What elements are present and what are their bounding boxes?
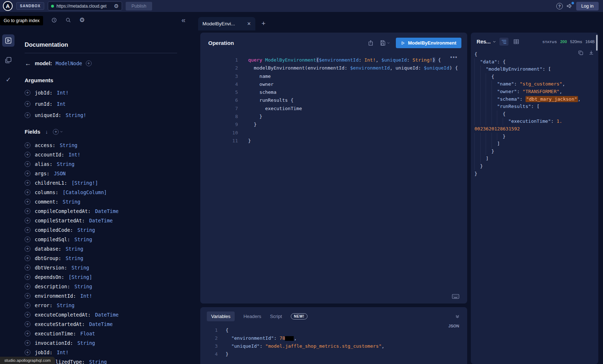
history-icon[interactable] — [51, 17, 57, 23]
login-button[interactable]: Log in — [576, 2, 599, 11]
copy-response-icon[interactable] — [578, 50, 583, 55]
explorer-nav-icon[interactable] — [2, 34, 14, 47]
field-type-link[interactable]: String — [60, 142, 78, 148]
apollo-logo[interactable]: A — [3, 1, 13, 11]
close-tab-icon[interactable]: ✕ — [247, 21, 251, 26]
add-to-operation-icon[interactable]: + — [25, 180, 30, 186]
add-to-operation-icon[interactable]: + — [25, 90, 30, 96]
settings-gear-icon[interactable]: ⚙ — [79, 17, 85, 23]
checklist-nav-icon[interactable]: ✓ — [2, 74, 14, 86]
add-to-operation-icon[interactable]: + — [25, 246, 30, 252]
field-type-link[interactable]: Int! — [68, 152, 80, 158]
sort-fields-icon[interactable]: ↓ — [45, 129, 48, 135]
keyboard-shortcuts-icon[interactable] — [452, 294, 459, 299]
field-type-link[interactable]: DateTime — [89, 321, 113, 327]
field-type-link[interactable]: String — [78, 227, 95, 233]
field-type-link[interactable]: DateTime — [95, 208, 118, 214]
add-to-operation-icon[interactable]: + — [25, 161, 30, 167]
add-to-operation-icon[interactable]: + — [25, 293, 30, 299]
field-type-link[interactable]: DateTime — [89, 218, 113, 223]
field-type-link[interactable]: String — [75, 284, 92, 289]
connection-settings-gear-icon[interactable]: ⚙ — [114, 3, 119, 9]
add-to-operation-icon[interactable]: + — [25, 208, 30, 214]
add-to-operation-icon[interactable]: + — [25, 265, 30, 271]
add-to-operation-icon[interactable]: + — [25, 199, 30, 205]
download-response-icon[interactable] — [589, 50, 594, 55]
tab-variables[interactable]: Variables — [207, 311, 235, 321]
variables-code-line: 2 "environmentId": 78, — [200, 334, 467, 342]
field-type-link[interactable]: [String] — [68, 274, 92, 280]
field-type-link[interactable]: String — [78, 340, 95, 346]
field-type-link[interactable]: String! — [66, 112, 86, 118]
field-type-link[interactable]: [String!] — [71, 180, 98, 186]
response-title: Res... — [477, 39, 491, 45]
add-to-operation-icon[interactable]: + — [25, 321, 30, 327]
field-type-link[interactable]: Int! — [80, 293, 92, 299]
add-to-operation-icon[interactable]: + — [25, 302, 30, 308]
add-to-operation-icon[interactable]: + — [25, 237, 30, 242]
run-operation-button[interactable]: ModelByEnvironment — [396, 38, 461, 48]
publish-button[interactable]: Publish — [126, 2, 152, 11]
response-title-dropdown[interactable]: Res... — [477, 39, 496, 45]
field-row: +invocationId:String — [25, 338, 177, 348]
field-type-link[interactable]: String — [63, 199, 80, 205]
add-all-fields-control[interactable]: + — [53, 129, 63, 135]
field-type-link[interactable]: String — [57, 161, 75, 167]
back-arrow-icon[interactable]: ← — [25, 60, 31, 67]
field-type-link[interactable]: String — [75, 237, 92, 242]
share-operation-icon[interactable] — [368, 40, 374, 46]
add-to-operation-icon[interactable]: + — [25, 312, 30, 318]
field-type-link[interactable]: Int! — [57, 90, 69, 96]
add-to-operation-icon[interactable]: + — [25, 350, 30, 355]
add-to-operation-icon[interactable]: + — [25, 189, 30, 195]
add-type-icon[interactable]: + — [86, 60, 92, 66]
variables-code-line: 4} — [200, 350, 467, 358]
search-icon[interactable] — [65, 17, 71, 23]
add-to-operation-icon[interactable]: + — [25, 340, 30, 346]
add-to-operation-icon[interactable]: + — [25, 255, 30, 261]
line-options-icon[interactable]: ••• — [450, 54, 458, 60]
table-view-icon[interactable] — [512, 38, 521, 46]
tab-modelbyenvironment[interactable]: ModelByEnvi... ✕ — [198, 17, 255, 30]
field-type-link[interactable]: String — [66, 246, 83, 252]
field-type-link[interactable]: Int — [57, 101, 66, 107]
add-to-operation-icon[interactable]: + — [25, 218, 30, 223]
field-type-link[interactable]: String — [71, 265, 89, 271]
line-number: 7 — [200, 105, 238, 113]
tree-view-icon[interactable] — [499, 38, 508, 46]
field-type-link[interactable]: Int! — [57, 350, 69, 355]
new-tab-icon[interactable]: + — [261, 20, 265, 28]
add-to-operation-icon[interactable]: + — [25, 152, 30, 158]
add-to-operation-icon[interactable]: + — [25, 331, 30, 336]
response-code-line: "runResults": [ — [474, 103, 595, 110]
help-icon[interactable]: ? — [556, 3, 563, 9]
field-type-link[interactable]: Float — [80, 331, 95, 336]
add-to-operation-icon[interactable]: + — [25, 171, 30, 176]
field-type-link[interactable]: JSON — [54, 171, 66, 176]
save-operation-icon[interactable] — [380, 40, 390, 46]
add-to-operation-icon[interactable]: + — [25, 284, 30, 289]
collapse-panel-icon[interactable] — [455, 314, 460, 319]
add-to-operation-icon[interactable]: + — [25, 142, 30, 148]
field-type-link[interactable]: String — [66, 255, 83, 261]
field-type-link[interactable]: DateTime — [95, 312, 118, 318]
variables-code-line: 1{ — [200, 326, 467, 334]
breadcrumb-type-link[interactable]: ModelNode — [56, 60, 82, 66]
field-type-link[interactable]: String — [57, 302, 75, 308]
graph-url-input[interactable]: https://metadata.cloud.get ⚙ — [48, 1, 122, 11]
collapse-sidebar-icon[interactable]: « — [181, 16, 185, 24]
indent-guide — [474, 103, 480, 110]
add-to-operation-icon[interactable]: + — [25, 274, 30, 280]
announcements-megaphone-icon[interactable] — [566, 3, 573, 9]
field-type-link[interactable]: String — [89, 359, 107, 364]
tab-headers[interactable]: Headers — [243, 314, 261, 319]
graphql-editor[interactable]: 1query ModelByEnvironment($environmentId… — [200, 56, 467, 145]
add-to-operation-icon[interactable]: + — [25, 227, 30, 233]
variables-editor[interactable]: 1{2 "environmentId": 78,3 "uniqueId": "m… — [200, 326, 467, 358]
response-scrollbar[interactable] — [596, 35, 598, 51]
tab-script[interactable]: Script — [270, 314, 282, 319]
schema-nav-icon[interactable] — [2, 54, 14, 66]
field-type-link[interactable]: [CatalogColumn] — [63, 189, 107, 195]
add-to-operation-icon[interactable]: + — [25, 112, 30, 118]
add-to-operation-icon[interactable]: + — [25, 101, 30, 107]
